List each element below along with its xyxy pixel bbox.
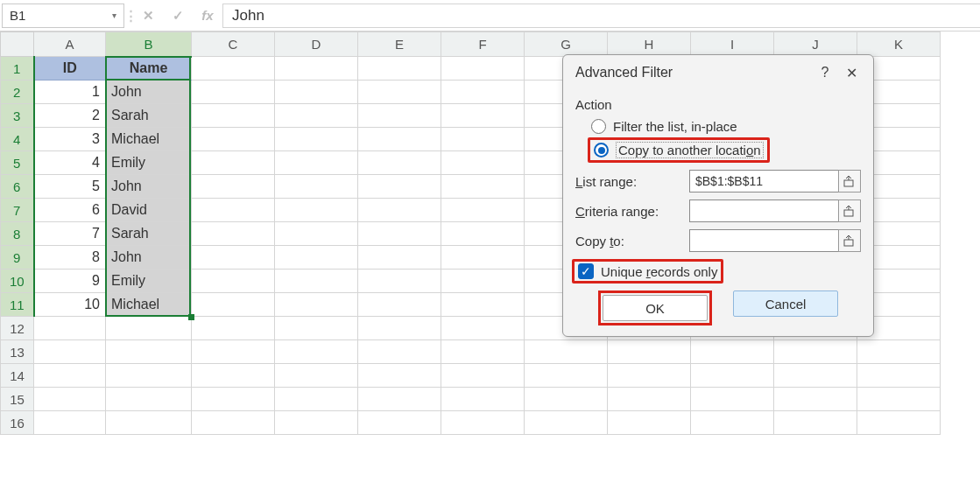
cell[interactable] — [358, 246, 441, 270]
cell[interactable] — [358, 104, 441, 128]
row-header[interactable]: 9 — [1, 246, 34, 270]
cell[interactable] — [275, 317, 358, 340]
unique-records-label[interactable]: Unique records only — [601, 264, 717, 279]
column-header[interactable]: J — [774, 32, 857, 57]
cell[interactable]: 8 — [34, 246, 106, 270]
copy-to-input[interactable] — [689, 229, 839, 252]
list-range-input[interactable]: $B$1:$B$11 — [689, 170, 839, 192]
fx-icon[interactable]: fx — [193, 4, 222, 28]
cell[interactable] — [857, 388, 941, 411]
range-picker-icon[interactable] — [838, 170, 861, 192]
cell[interactable] — [192, 270, 275, 293]
cell[interactable]: John — [106, 246, 192, 270]
cell[interactable] — [441, 340, 525, 364]
row-header[interactable]: 6 — [1, 175, 34, 199]
row-header[interactable]: 3 — [1, 104, 34, 128]
row-header[interactable]: 4 — [1, 128, 34, 151]
cell[interactable] — [608, 411, 691, 435]
cell[interactable] — [275, 364, 358, 388]
cell[interactable] — [192, 411, 275, 435]
cell[interactable] — [192, 151, 275, 175]
select-all-corner[interactable] — [1, 32, 34, 57]
row-header[interactable]: 15 — [1, 388, 34, 411]
cell[interactable]: 4 — [34, 151, 106, 175]
cell[interactable] — [275, 57, 358, 80]
cell[interactable]: John — [106, 80, 192, 104]
cell[interactable] — [275, 270, 358, 293]
cell[interactable]: Emily — [106, 151, 192, 175]
name-box[interactable]: B1 ▾ — [2, 4, 124, 28]
cell[interactable] — [608, 388, 691, 411]
cell[interactable] — [441, 80, 525, 104]
cell[interactable]: ID — [34, 57, 106, 80]
cell[interactable] — [525, 411, 608, 435]
cell[interactable] — [441, 199, 525, 222]
cell[interactable] — [441, 388, 525, 411]
cell[interactable] — [691, 340, 774, 364]
formula-input[interactable]: John — [222, 4, 980, 28]
cell[interactable]: John — [106, 175, 192, 199]
cell[interactable] — [34, 340, 106, 364]
cell[interactable] — [275, 388, 358, 411]
cell[interactable] — [525, 388, 608, 411]
cell[interactable] — [275, 199, 358, 222]
cell[interactable] — [358, 128, 441, 151]
column-header[interactable]: G — [525, 32, 608, 57]
cell[interactable] — [275, 151, 358, 175]
cell[interactable] — [358, 270, 441, 293]
cell[interactable] — [192, 199, 275, 222]
help-icon[interactable]: ? — [812, 62, 838, 83]
cell[interactable] — [441, 317, 525, 340]
cell[interactable] — [275, 293, 358, 317]
cell[interactable] — [441, 151, 525, 175]
cell[interactable] — [34, 317, 106, 340]
cell[interactable]: Michael — [106, 293, 192, 317]
cell[interactable] — [358, 411, 441, 435]
cell[interactable] — [358, 388, 441, 411]
cell[interactable] — [525, 340, 608, 364]
cell[interactable] — [691, 364, 774, 388]
cell[interactable] — [857, 340, 941, 364]
cell[interactable] — [192, 317, 275, 340]
cell[interactable] — [192, 388, 275, 411]
cell[interactable] — [441, 222, 525, 246]
cell[interactable] — [441, 175, 525, 199]
cell[interactable] — [441, 293, 525, 317]
cell[interactable] — [608, 364, 691, 388]
cell[interactable] — [441, 364, 525, 388]
cell[interactable]: 2 — [34, 104, 106, 128]
chevron-down-icon[interactable]: ▾ — [112, 10, 116, 20]
row-header[interactable]: 8 — [1, 222, 34, 246]
cell[interactable]: Sarah — [106, 104, 192, 128]
cell[interactable]: Sarah — [106, 222, 192, 246]
cell[interactable] — [441, 270, 525, 293]
cell[interactable] — [525, 364, 608, 388]
column-header[interactable]: H — [608, 32, 691, 57]
criteria-range-input[interactable] — [689, 200, 839, 222]
radio-label[interactable]: Copy to another location — [616, 142, 764, 158]
column-header[interactable]: A — [34, 32, 106, 57]
cell[interactable]: Name — [106, 57, 192, 80]
cell[interactable]: 10 — [34, 293, 106, 317]
row-header[interactable]: 7 — [1, 199, 34, 222]
accept-formula-icon[interactable]: ✓ — [163, 4, 193, 28]
cell[interactable] — [358, 175, 441, 199]
cell[interactable] — [275, 104, 358, 128]
cell[interactable] — [774, 388, 857, 411]
range-picker-icon[interactable] — [838, 229, 861, 252]
cell[interactable]: David — [106, 199, 192, 222]
column-header[interactable]: C — [192, 32, 275, 57]
cell[interactable] — [106, 340, 192, 364]
column-header[interactable]: F — [441, 32, 525, 57]
close-icon[interactable]: ✕ — [838, 62, 864, 83]
cell[interactable] — [358, 364, 441, 388]
cell[interactable] — [358, 80, 441, 104]
row-header[interactable]: 16 — [1, 411, 34, 435]
cell[interactable] — [691, 411, 774, 435]
cell[interactable]: 7 — [34, 222, 106, 246]
cell[interactable] — [275, 340, 358, 364]
cell[interactable]: 6 — [34, 199, 106, 222]
column-header[interactable]: D — [275, 32, 358, 57]
cell[interactable] — [275, 128, 358, 151]
cell[interactable] — [192, 340, 275, 364]
